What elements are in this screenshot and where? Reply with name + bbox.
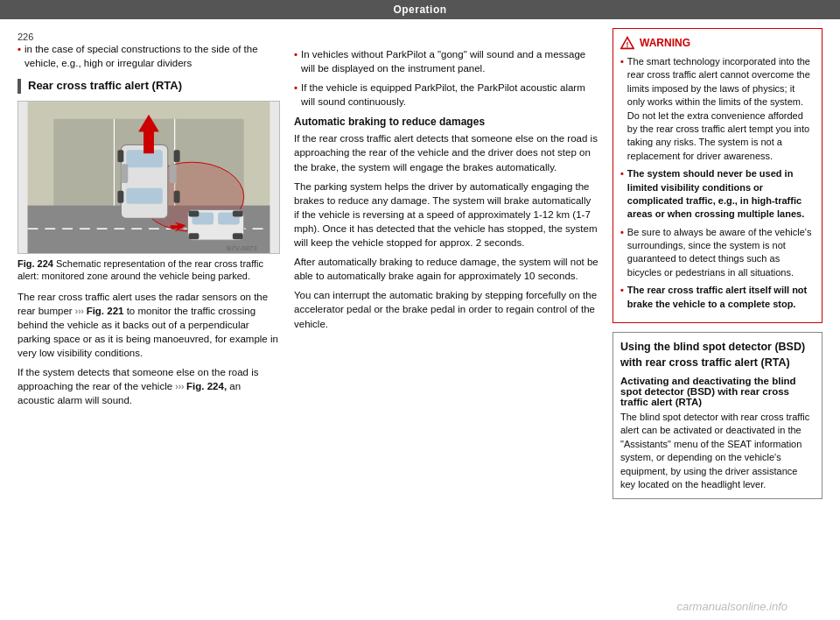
watermark: carmanualsonline.info — [677, 600, 788, 613]
warning-triangle-icon: ! — [620, 36, 634, 50]
mid-bullet-1-text: In vehicles without ParkPilot a "gong" w… — [301, 47, 598, 75]
bsd-body: The blind spot detector with rear cross … — [620, 411, 815, 491]
rta-section-heading: Rear cross traffic alert (RTA) — [18, 79, 280, 94]
wb-dot-2: • — [620, 167, 624, 222]
figure-ref: Fig. 224 — [18, 258, 53, 269]
warning-text-1: The smart technology incorporated into t… — [627, 55, 815, 163]
warning-text-2: The system should never be used in limit… — [627, 167, 815, 222]
svg-rect-15 — [174, 191, 180, 203]
left-para1-ref: Fig. 221 — [87, 306, 124, 316]
auto-brake-p2: The parking system helps the driver by a… — [294, 180, 598, 250]
warning-bullet-2: • The system should never be used in lim… — [620, 167, 815, 222]
mid-bullet-2-text: If the vehicle is equipped ParkPilot, th… — [301, 81, 598, 109]
mid-bullet-2: • If the vehicle is equipped ParkPilot, … — [294, 81, 598, 109]
header-title: Operation — [393, 4, 446, 16]
svg-rect-12 — [117, 150, 123, 162]
figure-box: B7V-0873 — [18, 101, 280, 254]
warning-label: WARNING — [640, 37, 690, 49]
mid-bullet-dot-1: • — [294, 47, 298, 75]
left-para1: The rear cross traffic alert uses the ra… — [18, 290, 280, 360]
warning-text-3: Be sure to always be aware of the vehicl… — [627, 226, 815, 280]
warning-bullet-1: • The smart technology incorporated into… — [620, 55, 815, 163]
warning-text-4: The rear cross traffic alert itself will… — [627, 284, 815, 311]
left-column: 226 • in the case of special constructio… — [18, 28, 280, 606]
auto-brake-p4: You can interrupt the automatic braking … — [294, 288, 598, 330]
figure-id-text: B7V-0873 — [227, 244, 257, 252]
left-para2: If the system detects that someone else … — [18, 365, 280, 407]
wb-dot-4: • — [620, 284, 624, 311]
svg-rect-22 — [233, 233, 243, 239]
auto-brake-p3: After automatically braking to reduce da… — [294, 255, 598, 283]
warning-box: ! WARNING • The smart technology incorpo… — [612, 28, 822, 323]
bsd-subheading: Activating and deactivating the blind sp… — [620, 376, 815, 407]
warning-bullet-4: • The rear cross traffic alert itself wi… — [620, 284, 815, 311]
warning-bullet-3: • Be sure to always be aware of the vehi… — [620, 226, 815, 280]
middle-column: • In vehicles without ParkPilot a "gong"… — [294, 28, 598, 606]
auto-brake-heading: Automatic braking to reduce damages — [294, 116, 598, 128]
svg-text:!: ! — [626, 40, 629, 49]
svg-rect-13 — [174, 150, 180, 162]
auto-brake-p1: If the rear cross traffic alert detects … — [294, 131, 598, 173]
left-bullet-1: • in the case of special constructions t… — [18, 42, 280, 70]
figure-caption-text: Schematic representation of the rear cro… — [18, 258, 263, 281]
wb-dot-3: • — [620, 226, 624, 280]
wb-dot-1: • — [620, 55, 624, 163]
bullet-dot: • — [18, 42, 21, 70]
page-container: Operation 226 • in the case of special c… — [0, 0, 840, 620]
svg-rect-11 — [170, 164, 177, 183]
svg-rect-20 — [233, 211, 243, 217]
bsd-box: Using the blind spot detector (BSD) with… — [612, 332, 822, 499]
svg-rect-14 — [117, 191, 123, 203]
page-number: 226 — [18, 32, 280, 42]
arrow-icon-2: ››› — [175, 382, 186, 391]
bsd-heading: Using the blind spot detector (BSD) with… — [620, 340, 815, 370]
figure-scene: B7V-0873 — [18, 102, 279, 253]
right-column: ! WARNING • The smart technology incorpo… — [612, 28, 822, 606]
content-area: 226 • in the case of special constructio… — [0, 19, 840, 615]
mid-bullet-dot-2: • — [294, 81, 298, 109]
arrow-icon-1: ››› — [75, 306, 87, 316]
warning-header: ! WARNING — [620, 36, 815, 50]
left-bullet-1-text: in the case of special constructions to … — [24, 42, 280, 70]
warning-body: • The smart technology incorporated into… — [620, 55, 815, 311]
left-para2-ref: Fig. 224, — [186, 381, 227, 391]
svg-rect-19 — [188, 211, 199, 217]
svg-rect-9 — [126, 188, 163, 204]
svg-rect-10 — [121, 164, 128, 183]
mid-bullet-1: • In vehicles without ParkPilot a "gong"… — [294, 47, 598, 75]
header-bar: Operation — [0, 0, 840, 19]
figure-caption: Fig. 224 Schematic representation of the… — [18, 257, 280, 283]
svg-rect-21 — [188, 233, 199, 239]
